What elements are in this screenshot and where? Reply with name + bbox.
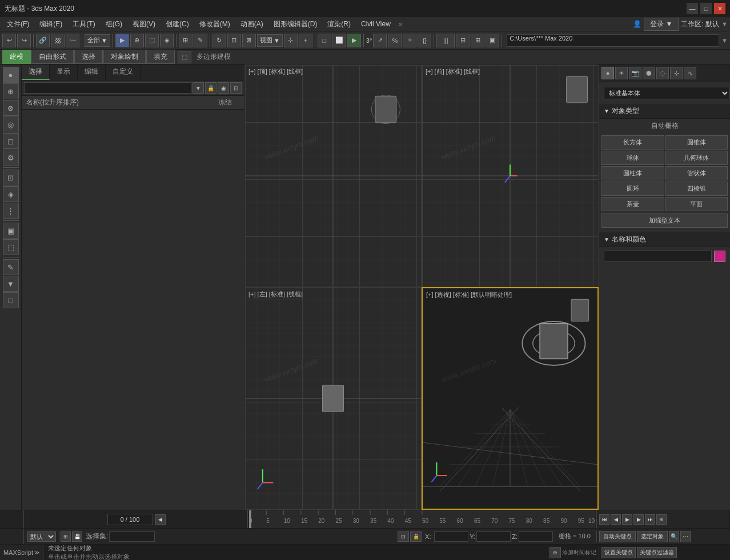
search-btn[interactable]: 🔍 — [669, 531, 679, 542]
left-icon-snap[interactable]: ⊡ — [3, 170, 19, 186]
timeline-track[interactable]: 0 5 10 15 20 25 30 35 40 45 50 55 60 65 … — [249, 510, 595, 528]
scene-tab-edit[interactable]: 编辑 — [78, 65, 106, 80]
viewport-single-button[interactable]: ▣ — [486, 34, 499, 47]
obj-geosphere[interactable]: 几何球体 — [665, 151, 728, 165]
menu-tools[interactable]: 工具(T) — [68, 18, 99, 30]
region-select-button[interactable]: ⬚ — [145, 34, 159, 47]
add-time-tag-btn[interactable]: ⊕ — [549, 547, 561, 558]
obj-teapot[interactable]: 茶壶 — [601, 197, 664, 211]
align-button[interactable]: ⊹ — [284, 34, 298, 47]
menu-file[interactable]: 文件(F) — [2, 18, 34, 30]
select-obj-btn[interactable]: 选定对象 — [637, 531, 668, 542]
z-coord-input[interactable] — [519, 531, 553, 542]
angle-snap-button[interactable]: ↗ — [373, 34, 387, 47]
section-name-color[interactable]: ▼ 名称和颜色 — [599, 232, 730, 247]
menu-group[interactable]: 组(G) — [101, 18, 127, 30]
left-icon-maxscript[interactable]: ✎ — [3, 259, 19, 275]
scene-settings-btn[interactable]: ⊡ — [230, 82, 242, 94]
scene-tab-select[interactable]: 选择 — [22, 65, 50, 80]
left-icon-modify[interactable]: ⊕ — [3, 83, 19, 99]
filter-dropdown[interactable]: 全部 ▼ — [85, 34, 110, 47]
scene-search[interactable] — [24, 82, 191, 94]
tab-modeling[interactable]: 建模 — [2, 50, 31, 64]
layer-dropdown[interactable]: 默认 — [27, 531, 56, 542]
section-object-type[interactable]: ▼ 对象类型 — [599, 104, 730, 119]
tab-extra-icon[interactable]: ⬚ — [178, 51, 191, 63]
render-button[interactable]: ▶ — [347, 34, 361, 47]
spinner-button[interactable]: ✧ — [403, 34, 416, 47]
refresh-button[interactable]: ↻ — [212, 34, 226, 47]
obj-cone[interactable]: 圆锥体 — [665, 135, 728, 150]
autokey-btn[interactable]: 自动关键点 — [599, 531, 636, 542]
pct-button[interactable]: % — [388, 34, 402, 47]
right-icon-helper[interactable]: ⬢ — [643, 67, 655, 79]
anim-prev-key[interactable]: ⏮ — [599, 514, 609, 525]
viewport-front[interactable]: [+] [前] [标准] [线框] — [422, 65, 599, 287]
obj-tube[interactable]: 管状体 — [665, 166, 728, 180]
scene-show-btn[interactable]: ◉ — [218, 82, 229, 94]
scene-tab-display[interactable]: 显示 — [50, 65, 78, 80]
link-button[interactable]: 🔗 — [36, 34, 50, 47]
tab-selection[interactable]: 选择 — [74, 50, 103, 64]
left-icon-ref[interactable]: ◈ — [3, 186, 19, 202]
key-filter-btn[interactable]: 关键点过滤器 — [637, 547, 677, 558]
object-color-swatch[interactable] — [714, 251, 725, 262]
scene-lock-btn[interactable]: 🔒 — [205, 82, 216, 94]
snap-button[interactable]: ⊡ — [227, 34, 241, 47]
undo-button[interactable]: ↩ — [2, 34, 16, 47]
layer-button[interactable]: ||| — [436, 34, 455, 47]
left-icon-motion[interactable]: ◎ — [3, 116, 19, 132]
right-icon-shape[interactable]: ∿ — [684, 67, 696, 79]
menu-animation[interactable]: 动画(A) — [236, 18, 268, 30]
redo-button[interactable]: ↪ — [17, 34, 31, 47]
left-icon-hierarchy[interactable]: ⊗ — [3, 100, 19, 116]
snap-lock-btn[interactable]: 🔒 — [410, 531, 422, 542]
obj-extended-text[interactable]: 加强型文本 — [601, 213, 728, 228]
render-frame-button[interactable]: ⬜ — [332, 34, 346, 47]
viewport-perspective[interactable]: [+] [透视] [标准] [默认明暗处理] — [422, 287, 599, 510]
timeline-prev[interactable]: ◀ — [155, 514, 166, 525]
menu-render[interactable]: 渲染(R) — [323, 18, 355, 30]
viewport-top[interactable]: [+] [顶] [标准] [线框] — [244, 65, 422, 287]
move-button[interactable]: ⊕ — [130, 34, 144, 47]
view-dropdown[interactable]: 视图 ▼ — [257, 34, 283, 47]
primitive-type-dropdown[interactable]: 标准基本体 — [604, 87, 730, 99]
select-button[interactable]: ▶ — [115, 34, 129, 47]
layer-save-btn[interactable]: 💾 — [72, 531, 82, 542]
left-icon-layer[interactable]: ⬚ — [3, 239, 19, 255]
menu-edit[interactable]: 编辑(E) — [35, 18, 67, 30]
obj-pyramid[interactable]: 四棱锥 — [665, 182, 728, 196]
tab-object-paint[interactable]: 对象绘制 — [103, 50, 146, 64]
right-icon-particle[interactable]: ◌ — [656, 67, 669, 79]
left-icon-align[interactable]: ⋮ — [3, 203, 19, 219]
maximize-button[interactable]: □ — [700, 3, 712, 14]
menu-modifier[interactable]: 修改器(M) — [195, 18, 235, 30]
mirror-button[interactable]: + — [299, 34, 312, 47]
right-icon-camera[interactable]: 📷 — [629, 67, 641, 79]
selection-set-input[interactable] — [109, 531, 155, 542]
anim-next-frame[interactable]: ▶ — [633, 514, 644, 525]
left-icon-scene[interactable]: ▣ — [3, 223, 19, 239]
x-coord-input[interactable] — [434, 531, 468, 542]
anim-mode[interactable]: ⊕ — [656, 514, 667, 525]
left-icon-utilities[interactable]: ⚙ — [3, 150, 19, 166]
right-icon-space[interactable]: ⊹ — [670, 67, 683, 79]
scene-tab-custom[interactable]: 自定义 — [106, 65, 141, 80]
minimize-button[interactable]: — — [687, 3, 698, 14]
title-controls[interactable]: — □ ✕ — [687, 3, 725, 14]
lasso-button[interactable]: ◈ — [160, 34, 174, 47]
scene-filter-btn[interactable]: ▼ — [192, 82, 204, 94]
tab-freeform[interactable]: 自由形式 — [31, 50, 74, 64]
paint-button[interactable]: ✎ — [194, 34, 207, 47]
obj-plane[interactable]: 平面 — [665, 197, 728, 211]
obj-cylinder[interactable]: 圆柱体 — [601, 166, 664, 180]
close-button[interactable]: ✕ — [714, 3, 725, 14]
viewport-layout-button[interactable]: ⊞ — [471, 34, 484, 47]
menu-civil-view[interactable]: Civil View — [356, 19, 395, 29]
object-name-input[interactable] — [604, 251, 712, 262]
tab-populate[interactable]: 填充 — [146, 50, 175, 64]
anim-next-key[interactable]: ⏭ — [645, 514, 655, 525]
left-icon-filter[interactable]: ▼ — [3, 276, 19, 292]
scene-content[interactable] — [22, 110, 244, 510]
smartselect-button[interactable]: ⊞ — [179, 34, 192, 47]
